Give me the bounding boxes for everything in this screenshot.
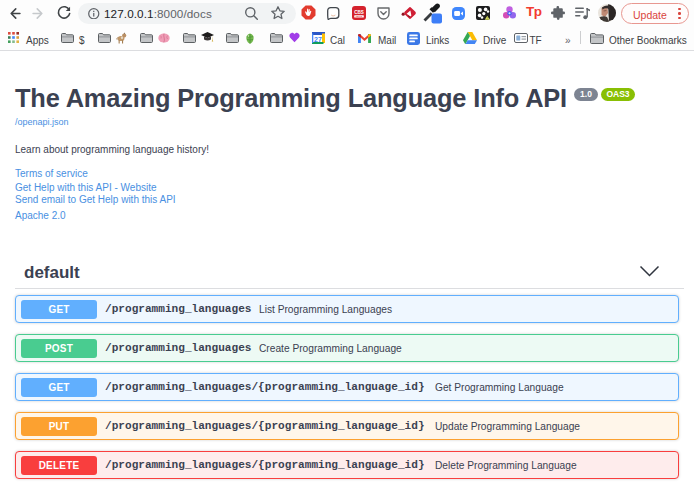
svg-text:CBS: CBS [354, 10, 364, 15]
svg-text:NEWS: NEWS [356, 15, 363, 17]
svg-text:27: 27 [314, 35, 322, 42]
